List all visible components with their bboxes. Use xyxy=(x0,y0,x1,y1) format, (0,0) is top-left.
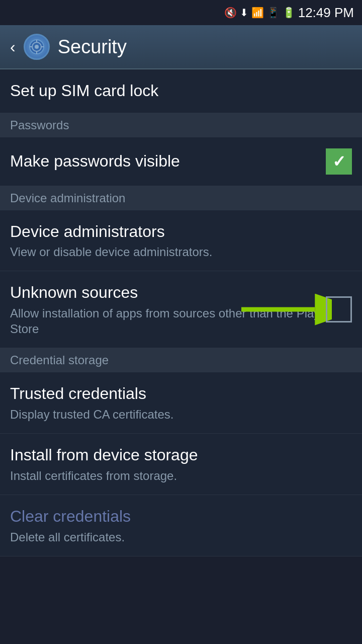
device-admin-section-header: Device administration xyxy=(0,186,362,210)
page-title: Security xyxy=(58,36,127,58)
device-administrators-title: Device administrators xyxy=(10,221,352,243)
battery-icon: 🔋 xyxy=(283,7,295,19)
security-icon xyxy=(24,34,50,60)
arrow-annotation xyxy=(241,287,332,332)
install-from-device-item[interactable]: Install from device storage Install cert… xyxy=(0,434,362,495)
make-passwords-checkbox[interactable] xyxy=(326,148,352,175)
sim-card-lock-item[interactable]: Set up SIM card lock xyxy=(0,69,362,113)
sim-card-lock-content: Set up SIM card lock xyxy=(10,80,352,102)
trusted-credentials-content: Trusted credentials Display trusted CA c… xyxy=(10,383,352,422)
back-button[interactable]: ‹ xyxy=(10,38,16,56)
passwords-section-header: Passwords xyxy=(0,113,362,137)
status-bar: 🔇 ⬇ 📶 📱 🔋 12:49 PM xyxy=(0,0,362,25)
make-passwords-visible-content: Make passwords visible xyxy=(10,151,326,172)
status-time: 12:49 PM xyxy=(298,5,354,21)
install-from-device-content: Install from device storage Install cert… xyxy=(10,445,352,484)
clear-credentials-title: Clear credentials xyxy=(10,506,352,527)
device-administrators-item[interactable]: Device administrators View or disable de… xyxy=(0,210,362,272)
device-administrators-subtitle: View or disable device administrators. xyxy=(10,244,352,260)
passwords-header-text: Passwords xyxy=(10,118,69,132)
credential-storage-section-header: Credential storage xyxy=(0,348,362,372)
sim-card-lock-title: Set up SIM card lock xyxy=(10,80,352,102)
install-from-device-subtitle: Install certificates from storage. xyxy=(10,468,352,484)
clear-credentials-subtitle: Delete all certificates. xyxy=(10,529,352,545)
make-passwords-visible-title: Make passwords visible xyxy=(10,151,326,172)
unknown-sources-checkbox[interactable] xyxy=(326,296,352,323)
install-from-device-title: Install from device storage xyxy=(10,445,352,466)
settings-content: Set up SIM card lock Passwords Make pass… xyxy=(0,69,362,556)
device-administrators-content: Device administrators View or disable de… xyxy=(10,221,352,260)
app-bar: ‹ Security xyxy=(0,25,362,69)
signal-icon: 📱 xyxy=(267,7,280,19)
device-admin-header-text: Device administration xyxy=(10,191,125,205)
unknown-sources-item[interactable]: Unknown sources Allow installation of ap… xyxy=(0,271,362,348)
credential-storage-header-text: Credential storage xyxy=(10,353,109,367)
wifi-icon: 📶 xyxy=(251,7,264,19)
clear-credentials-content: Clear credentials Delete all certificate… xyxy=(10,506,352,545)
trusted-credentials-title: Trusted credentials xyxy=(10,383,352,405)
trusted-credentials-item[interactable]: Trusted credentials Display trusted CA c… xyxy=(0,372,362,434)
download-icon: ⬇ xyxy=(240,7,248,19)
make-passwords-visible-item[interactable]: Make passwords visible xyxy=(0,137,362,186)
trusted-credentials-subtitle: Display trusted CA certificates. xyxy=(10,407,352,422)
svg-point-2 xyxy=(35,45,39,49)
clear-credentials-item[interactable]: Clear credentials Delete all certificate… xyxy=(0,495,362,556)
mute-icon: 🔇 xyxy=(224,7,237,19)
status-icons: 🔇 ⬇ 📶 📱 🔋 12:49 PM xyxy=(224,5,354,21)
